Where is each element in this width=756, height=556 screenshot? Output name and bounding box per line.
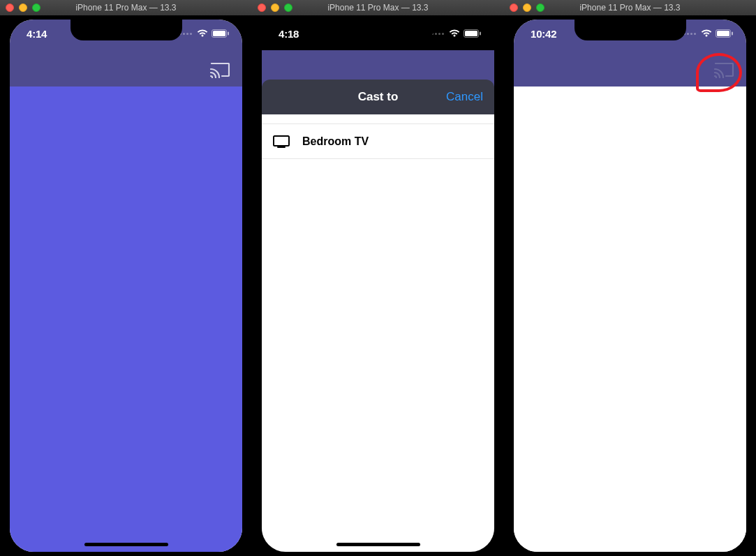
home-indicator[interactable] [84, 543, 168, 546]
sheet-separator [262, 114, 494, 124]
svg-rect-6 [274, 136, 289, 146]
content-area [10, 87, 242, 552]
traffic-lights [504, 3, 544, 12]
traffic-lights [0, 3, 40, 12]
minimize-window-button[interactable] [523, 3, 531, 12]
device-screen: 4:18 Cast to Cancel [262, 20, 494, 552]
zoom-window-button[interactable] [32, 3, 40, 12]
device-frame: 10:42 [504, 15, 756, 556]
cast-icon [210, 63, 230, 78]
cast-icon [714, 63, 734, 78]
cast-device-row[interactable]: Bedroom TV [262, 124, 494, 159]
simulator-window: iPhone 11 Pro Max — 13.3 10:42 [504, 0, 756, 556]
macos-titlebar: iPhone 11 Pro Max — 13.3 [252, 0, 504, 15]
traffic-lights [252, 3, 292, 12]
close-window-button[interactable] [510, 3, 518, 12]
simulator-window: iPhone 11 Pro Max — 13.3 4:18 Ca [252, 0, 504, 556]
device-frame: 4:14 [0, 15, 252, 556]
macos-titlebar: iPhone 11 Pro Max — 13.3 [0, 0, 252, 15]
device-frame: 4:18 Cast to Cancel [252, 15, 504, 556]
zoom-window-button[interactable] [284, 3, 292, 12]
device-screen: 10:42 [514, 20, 746, 552]
device-notch [323, 20, 434, 40]
cancel-button[interactable]: Cancel [446, 90, 483, 104]
content-area [514, 87, 746, 552]
minimize-window-button[interactable] [271, 3, 279, 12]
macos-titlebar: iPhone 11 Pro Max — 13.3 [504, 0, 756, 15]
close-window-button[interactable] [6, 3, 14, 12]
device-screen: 4:14 [10, 20, 242, 552]
home-indicator[interactable] [336, 543, 420, 546]
close-window-button[interactable] [258, 3, 266, 12]
minimize-window-button[interactable] [19, 3, 27, 12]
device-notch [575, 20, 686, 40]
zoom-window-button[interactable] [536, 3, 544, 12]
cast-button[interactable] [207, 60, 232, 81]
sheet-body: Bedroom TV [262, 114, 494, 552]
cast-device-name: Bedroom TV [302, 135, 369, 148]
device-notch [71, 20, 182, 40]
cast-button[interactable] [711, 60, 736, 81]
tv-icon [273, 135, 290, 148]
sheet-title: Cast to [358, 90, 399, 104]
sheet-header: Cast to Cancel [262, 80, 494, 114]
simulator-window: iPhone 11 Pro Max — 13.3 4:14 [0, 0, 252, 556]
